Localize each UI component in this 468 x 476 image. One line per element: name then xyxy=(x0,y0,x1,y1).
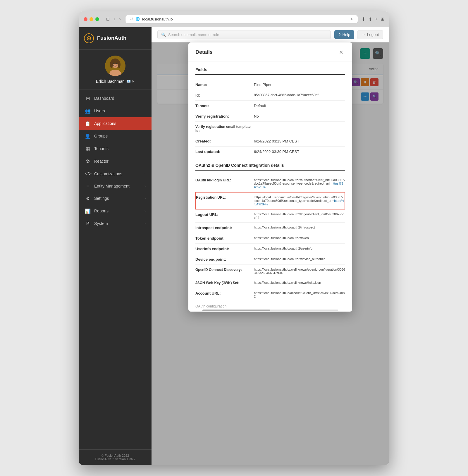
field-verify-reg-label: Verify registration: xyxy=(195,114,254,118)
refresh-icon[interactable]: ↻ xyxy=(351,17,354,21)
jwk-set-value: https://local.fusionauth.io/.well-known/… xyxy=(254,281,345,285)
reactor-icon: ☢ xyxy=(85,159,91,164)
share-icon[interactable]: ⬆ xyxy=(368,16,372,22)
registration-url-link[interactable]: https%3A%2F% xyxy=(254,199,344,206)
sidebar-item-groups[interactable]: 👤 Groups xyxy=(79,130,152,142)
sidebar-label-reactor: Reactor xyxy=(94,159,109,164)
field-name: Name: Pied Piper xyxy=(195,80,345,90)
help-label: Help xyxy=(342,32,350,37)
search-icon: 🔍 xyxy=(161,32,166,37)
sidebar-item-system[interactable]: 🖥 System › xyxy=(79,217,152,230)
field-id: Id: 85a03867-dccf-4882-adde-1a79aeec50df xyxy=(195,90,345,101)
users-icon: 👥 xyxy=(85,108,91,114)
device-endpoint-label: Device endpoint: xyxy=(195,257,254,262)
sidebar-item-settings[interactable]: ⚙ Settings › xyxy=(79,192,152,205)
avatar xyxy=(105,56,125,76)
logout-button[interactable]: → Logout xyxy=(357,30,383,39)
sidebar-label-tenants: Tenants xyxy=(94,146,109,151)
globe-icon: 🌐 xyxy=(135,17,140,21)
tenants-icon: ▦ xyxy=(85,146,91,152)
add-tab-icon[interactable]: + xyxy=(375,16,378,22)
field-created-value: 6/24/2022 03:13 PM CEST xyxy=(254,139,345,143)
modal-body: Fields Name: Pied Piper Id: 85a03867-dcc… xyxy=(188,61,352,312)
dashboard-icon: ⊞ xyxy=(85,96,91,101)
sidebar-item-reactor[interactable]: ☢ Reactor xyxy=(79,155,152,168)
system-icon: 🖥 xyxy=(85,221,91,226)
registration-url-label: Registration URL: xyxy=(196,195,254,206)
field-updated-label: Last updated: xyxy=(195,149,254,154)
modal-overlay: Details ✕ Fields Name: Pied Piper Id: xyxy=(152,42,389,465)
minimize-button[interactable] xyxy=(90,17,93,21)
download-icon[interactable]: ⬇ xyxy=(362,16,365,22)
logout-url-value: https://local.fusionauth.io/oauth2/logou… xyxy=(254,212,345,219)
address-bar[interactable]: 🛡 🌐 local.fusionauth.io ↻ xyxy=(125,15,358,23)
url-text: local.fusionauth.io xyxy=(142,17,173,21)
help-icon: ? xyxy=(338,32,340,37)
oauth-section-title: OAuth2 & OpenID Connect Integration deta… xyxy=(195,163,345,171)
user-name-icons: 📧 ➤ xyxy=(126,79,135,83)
jwk-set-label: JSON Web Key (JWK) Set: xyxy=(195,281,254,285)
field-tenant: Tenant: Default xyxy=(195,101,345,111)
browser-actions: ⬇ ⬆ + ⊞ xyxy=(362,16,384,22)
sidebar-item-reports[interactable]: 📊 Reports › xyxy=(79,205,152,217)
chevron-right-icon: › xyxy=(144,172,146,176)
sidebar-item-customizations[interactable]: </> Customizations › xyxy=(79,168,152,180)
svg-point-2 xyxy=(88,38,90,39)
token-endpoint-row: Token endpoint: https://local.fusionauth… xyxy=(195,233,345,244)
field-verify-template-value: – xyxy=(254,125,345,133)
next-section-label: OAuth configuration xyxy=(195,304,226,308)
search-bar[interactable]: 🔍 Search on email, name or role xyxy=(157,30,331,39)
forward-button[interactable]: › xyxy=(118,16,122,23)
sidebar: FusionAuth xyxy=(79,27,152,465)
sidebar-item-users[interactable]: 👥 Users xyxy=(79,105,152,117)
userinfo-endpoint-value: https://local.fusionauth.io/oauth2/useri… xyxy=(254,247,345,251)
field-id-label: Id: xyxy=(195,93,254,97)
svg-point-12 xyxy=(116,63,117,64)
svg-point-11 xyxy=(113,63,114,64)
oauth-login-url-link[interactable]: https%3A%2F% xyxy=(254,182,343,189)
grid-icon[interactable]: ⊞ xyxy=(381,16,384,22)
field-verify-reg-value: No xyxy=(254,114,345,118)
help-button[interactable]: ? Help xyxy=(334,30,354,39)
modal-close-button[interactable]: ✕ xyxy=(337,48,345,56)
close-button[interactable] xyxy=(84,17,87,21)
field-created-label: Created: xyxy=(195,139,254,143)
back-button[interactable]: ‹ xyxy=(113,16,116,23)
user-name-text: Erlich Bachman xyxy=(96,79,125,84)
customizations-icon: </> xyxy=(85,171,91,176)
device-endpoint-row: Device endpoint: https://local.fusionaut… xyxy=(195,254,345,265)
page-body: + 🔍 Action ✏ ⎘ 👤 🔍 xyxy=(152,42,389,465)
oauth-login-url-label: OAuth IdP login URL: xyxy=(195,178,254,189)
field-created: Created: 6/24/2022 03:13 PM CEST xyxy=(195,136,345,147)
sidebar-toggle-button[interactable]: ⊡ xyxy=(105,16,111,23)
nav-menu: ⊞ Dashboard 👥 Users 📋 Applications xyxy=(79,90,152,449)
sidebar-label-dashboard: Dashboard xyxy=(94,96,114,101)
top-bar: 🔍 Search on email, name or role ? Help →… xyxy=(152,27,389,42)
field-verify-reg: Verify registration: No xyxy=(195,111,345,122)
sidebar-item-entity-management[interactable]: ≡ Entity Management › xyxy=(79,180,152,192)
jwk-set-row: JSON Web Key (JWK) Set: https://local.fu… xyxy=(195,278,345,288)
svg-point-9 xyxy=(110,61,113,68)
introspect-endpoint-value: https://local.fusionauth.io/oauth2/intro… xyxy=(254,226,345,230)
account-url-label: Account URL: xyxy=(195,291,254,298)
sidebar-label-users: Users xyxy=(94,109,105,113)
logo-text: FusionAuth xyxy=(97,35,126,41)
modal-header: Details ✕ xyxy=(188,42,352,61)
account-url-row: Account URL: https://local.fusionauth.io… xyxy=(195,288,345,301)
chevron-right-icon-4: › xyxy=(144,209,146,213)
registration-url-value: https://local.fusionauth.io/oauth2/regis… xyxy=(254,195,345,206)
sidebar-label-applications: Applications xyxy=(94,121,116,126)
openid-discovery-label: OpenID Connect Discovery: xyxy=(195,268,254,275)
entity-management-icon: ≡ xyxy=(85,183,91,189)
scroll-thumb xyxy=(202,310,270,311)
introspect-endpoint-row: Introspect endpoint: https://local.fusio… xyxy=(195,223,345,233)
field-verify-template-label: Verify registration email template Id: xyxy=(195,125,254,133)
browser-window: ⊡ ‹ › 🛡 🌐 local.fusionauth.io ↻ ⬇ ⬆ + ⊞ xyxy=(79,11,389,465)
field-verify-template: Verify registration email template Id: – xyxy=(195,122,345,136)
browser-toolbar: ⊡ ‹ › 🛡 🌐 local.fusionauth.io ↻ ⬇ ⬆ + ⊞ xyxy=(79,11,389,27)
maximize-button[interactable] xyxy=(95,17,99,21)
sidebar-item-tenants[interactable]: ▦ Tenants xyxy=(79,142,152,155)
details-modal: Details ✕ Fields Name: Pied Piper Id: xyxy=(188,42,352,312)
sidebar-item-dashboard[interactable]: ⊞ Dashboard xyxy=(79,92,152,105)
sidebar-item-applications[interactable]: 📋 Applications xyxy=(79,117,152,130)
